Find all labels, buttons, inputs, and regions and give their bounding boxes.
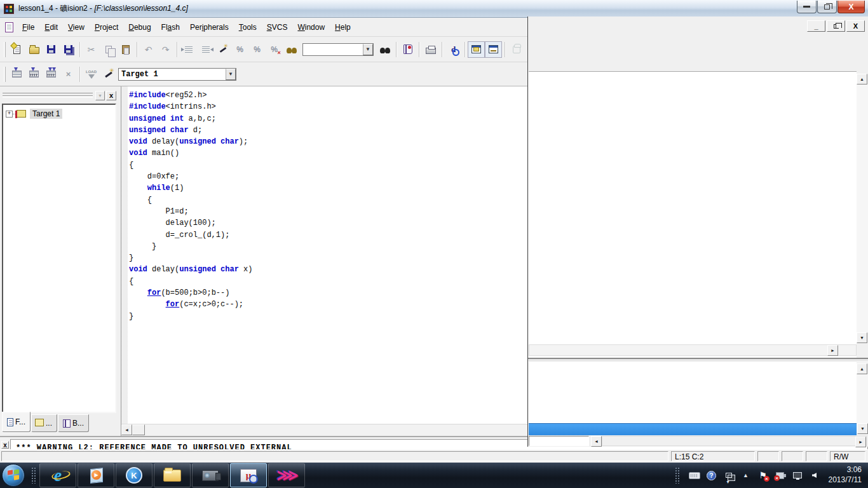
- scroll-left-button[interactable]: ◄: [121, 424, 132, 435]
- unindent-button[interactable]: [197, 41, 214, 58]
- scroll-down-button[interactable]: ▼: [857, 332, 867, 343]
- toggle-output-window-button[interactable]: [485, 41, 502, 58]
- save-all-button[interactable]: [60, 41, 77, 58]
- window-popup-icon[interactable]: [723, 470, 735, 480]
- toggle-bookmark-button[interactable]: [214, 41, 231, 58]
- overlay-main-pane[interactable]: [529, 71, 857, 358]
- tree-item-target1[interactable]: + Target 1: [6, 109, 115, 119]
- redo-button[interactable]: ↷: [157, 41, 174, 58]
- input-method-icon[interactable]: [689, 470, 700, 480]
- document-icon[interactable]: [5, 22, 13, 32]
- clear-bookmarks-button[interactable]: %: [266, 41, 283, 58]
- taskbar-uvision[interactable]: µ: [230, 463, 267, 487]
- translate-button[interactable]: [8, 66, 25, 83]
- menu-project[interactable]: Project: [90, 20, 123, 34]
- volume-icon[interactable]: [809, 470, 820, 480]
- overlay-vscrollbar[interactable]: ▲ ▼: [857, 74, 868, 343]
- overlay-splitter[interactable]: [528, 358, 868, 362]
- overlay-bottom-hscrollbar[interactable]: ►: [602, 436, 867, 446]
- search-box[interactable]: ▼: [302, 43, 374, 56]
- menu-window[interactable]: Window: [292, 20, 330, 34]
- toolbar-grip[interactable]: [4, 67, 6, 82]
- prev-bookmark-button[interactable]: %: [231, 41, 248, 58]
- menu-peripherals[interactable]: Peripherals: [185, 20, 234, 34]
- show-hidden-icons-button[interactable]: ▲: [740, 470, 752, 480]
- scroll-down-button[interactable]: ▼: [857, 423, 868, 434]
- search-dropdown-button[interactable]: ▼: [363, 44, 373, 55]
- expand-icon[interactable]: +: [6, 111, 13, 118]
- menu-edit[interactable]: Edit: [39, 20, 63, 34]
- project-tree[interactable]: + Target 1: [2, 104, 116, 413]
- tab-regs[interactable]: ...: [31, 414, 57, 432]
- target-select[interactable]: Target 1 ▼: [118, 68, 236, 81]
- taskbar-screen-recorder[interactable]: [192, 463, 229, 487]
- find-in-target-button[interactable]: d: [445, 41, 462, 58]
- print-button[interactable]: [422, 41, 439, 58]
- toggle-project-window-button[interactable]: [468, 41, 485, 58]
- overlay-window[interactable]: _ X ▲ ▼ ► ▲ ▼ ◄ ►: [527, 17, 868, 447]
- overlay-minimize-button[interactable]: _: [807, 20, 825, 32]
- help-tray-icon[interactable]: ?: [706, 470, 717, 480]
- find-button[interactable]: [376, 41, 393, 58]
- copy-button[interactable]: [100, 41, 117, 58]
- scroll-right-button[interactable]: ►: [827, 345, 838, 356]
- minimize-button[interactable]: [797, 1, 817, 13]
- overlay-lower-vscrollbar[interactable]: ▲: [857, 363, 868, 423]
- close-button[interactable]: X: [837, 1, 865, 13]
- code-editor[interactable]: #include<reg52.h>#include<intrins.h>unsi…: [121, 86, 527, 436]
- taskbar-pcb-tool[interactable]: ⋙: [268, 463, 305, 487]
- scroll-up-button[interactable]: ▲: [857, 74, 867, 85]
- taskbar-k-player[interactable]: K: [116, 463, 153, 487]
- scroll-up-button[interactable]: ▲: [857, 363, 867, 374]
- scroll-left-button[interactable]: ◄: [591, 436, 602, 447]
- menu-debug[interactable]: Debug: [123, 20, 156, 34]
- books-button[interactable]: [399, 41, 416, 58]
- cut-button[interactable]: ✂: [83, 41, 100, 58]
- target-dropdown-button[interactable]: ▼: [226, 69, 236, 80]
- scroll-right-button[interactable]: ►: [855, 437, 866, 447]
- save-button[interactable]: [43, 41, 60, 58]
- menu-help[interactable]: Help: [330, 20, 356, 34]
- paste-button[interactable]: [117, 41, 134, 58]
- selected-row-highlight[interactable]: [529, 423, 857, 435]
- build-button[interactable]: [25, 66, 43, 83]
- download-button[interactable]: LOAD: [83, 66, 100, 83]
- panel-close-button[interactable]: x: [106, 91, 116, 100]
- indent-button[interactable]: [180, 41, 197, 58]
- connection-error-icon[interactable]: [775, 470, 786, 480]
- menu-tools[interactable]: Tools: [234, 20, 262, 34]
- menu-flash[interactable]: Flash: [156, 20, 185, 34]
- taskbar-media-player[interactable]: [78, 463, 114, 487]
- network-icon[interactable]: [792, 470, 803, 480]
- find-in-files-button[interactable]: [283, 41, 300, 58]
- taskbar-clock[interactable]: 3:06 2013/7/11: [826, 465, 862, 485]
- open-file-button[interactable]: [25, 41, 43, 58]
- next-bookmark-button[interactable]: %: [248, 41, 266, 58]
- scroll-thumb[interactable]: [132, 424, 145, 435]
- tab-books[interactable]: B...: [58, 414, 89, 432]
- rebuild-all-button[interactable]: [43, 66, 60, 83]
- options-for-target-button[interactable]: [100, 66, 117, 83]
- output-close-button[interactable]: x: [1, 441, 9, 449]
- restore-button[interactable]: [817, 1, 837, 13]
- overlay-close-button[interactable]: X: [846, 20, 865, 32]
- new-file-button[interactable]: [8, 41, 25, 58]
- taskbar-explorer[interactable]: [154, 463, 191, 487]
- undo-button[interactable]: ↶: [140, 41, 157, 58]
- start-button[interactable]: [2, 464, 25, 487]
- overlay-hscrollbar[interactable]: ►: [529, 344, 857, 356]
- stop-build-button[interactable]: ×: [60, 66, 77, 83]
- menu-svcs[interactable]: SVCS: [262, 20, 293, 34]
- menu-view[interactable]: View: [63, 20, 90, 34]
- taskbar-internet-explorer[interactable]: e: [39, 463, 76, 487]
- tab-files[interactable]: F...: [2, 412, 31, 432]
- code-area[interactable]: #include<reg52.h>#include<intrins.h>unsi…: [129, 90, 527, 424]
- overlay-restore-button[interactable]: [827, 20, 845, 32]
- editor-hscrollbar[interactable]: ◄: [121, 424, 527, 436]
- toolbar-grip[interactable]: [4, 42, 6, 57]
- menu-file[interactable]: File: [17, 20, 39, 34]
- insert-breakpoint-button[interactable]: [508, 41, 525, 58]
- action-center-icon[interactable]: ⚑: [757, 470, 769, 480]
- panel-grip[interactable]: [3, 93, 93, 98]
- overlay-lower-pane[interactable]: [529, 362, 857, 423]
